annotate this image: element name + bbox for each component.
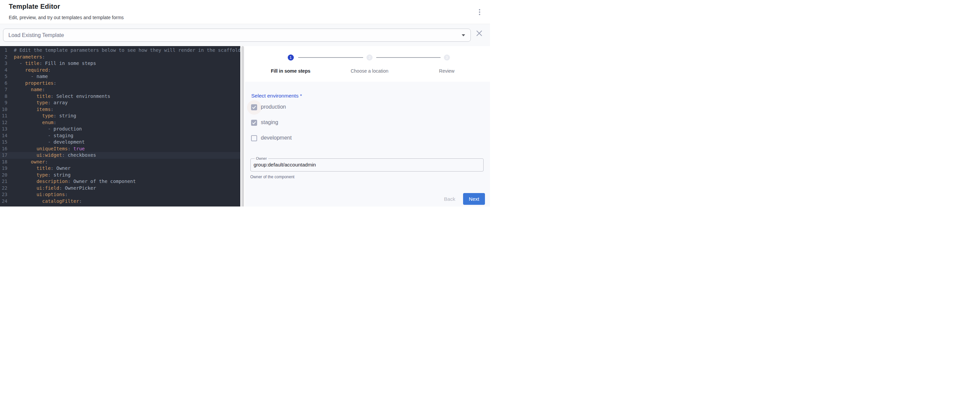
step-circle-2: 2 <box>366 54 372 60</box>
checkbox-checked-icon[interactable] <box>251 120 257 126</box>
code-line: 24 catalogFilter: <box>0 198 240 205</box>
close-button[interactable] <box>475 29 483 37</box>
code-line: 7 name: <box>0 86 240 93</box>
next-button[interactable]: Next <box>463 193 485 205</box>
line-number: 11 <box>0 113 7 119</box>
toolbar: Load Existing Template <box>0 25 490 46</box>
line-number: 17 <box>0 152 7 159</box>
step-circle-1: 1 <box>288 54 294 60</box>
code-line: 23 ui:options: <box>0 191 240 198</box>
checkbox-label: staging <box>261 119 278 125</box>
wizard-panel: 1Fill in some steps2Choose a location3Re… <box>245 46 490 206</box>
code-line: 2parameters: <box>0 54 240 60</box>
step-circle-3: 3 <box>444 54 450 60</box>
line-number: 9 <box>0 100 7 106</box>
line-number: 18 <box>0 159 7 165</box>
checkbox-label: development <box>261 135 292 141</box>
owner-field-value[interactable]: group:default/accountadmin <box>254 159 316 171</box>
checkbox-checked-icon[interactable] <box>251 104 257 110</box>
line-number: 5 <box>0 73 7 80</box>
code-line: 15 - development <box>0 139 240 146</box>
page-title: Template Editor <box>9 3 60 10</box>
kebab-menu-icon <box>479 9 480 10</box>
code-line: 10 items: <box>0 106 240 113</box>
code-line: 5 - name <box>0 73 240 80</box>
line-number: 14 <box>0 132 7 139</box>
checkbox-label: production <box>261 104 286 110</box>
code-line: 4 required: <box>0 67 240 74</box>
line-number: 23 <box>0 191 7 198</box>
owner-field[interactable]: Owner group:default/accountadmin <box>250 159 484 172</box>
line-number: 20 <box>0 172 7 179</box>
code-editor[interactable]: 1# Edit the template parameters below to… <box>0 46 240 206</box>
line-number: 12 <box>0 119 7 126</box>
code-line: 20 type: string <box>0 172 240 179</box>
kebab-menu-button[interactable] <box>475 7 484 17</box>
checkbox-row-development[interactable]: development <box>245 132 380 144</box>
code-line: 11 type: string <box>0 113 240 119</box>
line-number: 1 <box>0 47 7 54</box>
code-line: 18 owner: <box>0 159 240 165</box>
code-line: 12 enum: <box>0 119 240 126</box>
load-template-select[interactable]: Load Existing Template <box>3 29 471 42</box>
code-line: 16 uniqueItems: true <box>0 146 240 152</box>
code-line: 1# Edit the template parameters below to… <box>0 47 240 54</box>
line-number: 15 <box>0 139 7 146</box>
back-button[interactable]: Back <box>438 193 461 205</box>
line-number: 19 <box>0 165 7 172</box>
code-line: 19 title: Owner <box>0 165 240 172</box>
form-card: Select environments * productionstagingd… <box>245 82 490 206</box>
code-line: 9 type: array <box>0 100 240 106</box>
code-line: 6 properties: <box>0 80 240 87</box>
line-number: 6 <box>0 80 7 87</box>
step-label: Choose a location <box>351 68 388 74</box>
line-number: 21 <box>0 178 7 185</box>
step-connector <box>376 57 441 58</box>
line-number: 8 <box>0 93 7 100</box>
line-number: 4 <box>0 67 7 74</box>
line-number: 3 <box>0 60 7 67</box>
code-line: 8 title: Select environments <box>0 93 240 100</box>
owner-helper-text: Owner of the component <box>250 175 294 179</box>
editor-scrollbar-thumb[interactable] <box>241 46 244 206</box>
checkbox-unchecked-icon[interactable] <box>251 135 257 141</box>
caret-down-icon <box>462 34 465 37</box>
line-number: 2 <box>0 54 7 60</box>
code-line: 17 ui:widget: checkboxes <box>0 152 240 159</box>
load-template-placeholder: Load Existing Template <box>8 29 64 41</box>
environments-label: Select environments * <box>251 93 302 99</box>
line-number: 16 <box>0 146 7 152</box>
code-line: 13 - production <box>0 126 240 132</box>
line-number: 24 <box>0 198 7 205</box>
line-number: 10 <box>0 106 7 113</box>
code-line: 22 ui:field: OwnerPicker <box>0 185 240 192</box>
step-label: Review <box>439 68 455 74</box>
close-icon <box>475 29 483 37</box>
code-line: 3 - title: Fill in some steps <box>0 60 240 67</box>
code-line: 21 description: Owner of the component <box>0 178 240 185</box>
line-number: 13 <box>0 126 7 132</box>
step-label: Fill in some steps <box>271 68 310 74</box>
checkbox-row-staging[interactable]: staging <box>245 117 380 129</box>
page-header: Template Editor Edit, preview, and try o… <box>0 0 490 24</box>
checkbox-row-production[interactable]: production <box>245 101 380 113</box>
line-number: 22 <box>0 185 7 192</box>
line-number: 7 <box>0 86 7 93</box>
code-line: 14 - staging <box>0 132 240 139</box>
page-subtitle: Edit, preview, and try out templates and… <box>9 15 124 20</box>
step-connector <box>298 57 363 58</box>
